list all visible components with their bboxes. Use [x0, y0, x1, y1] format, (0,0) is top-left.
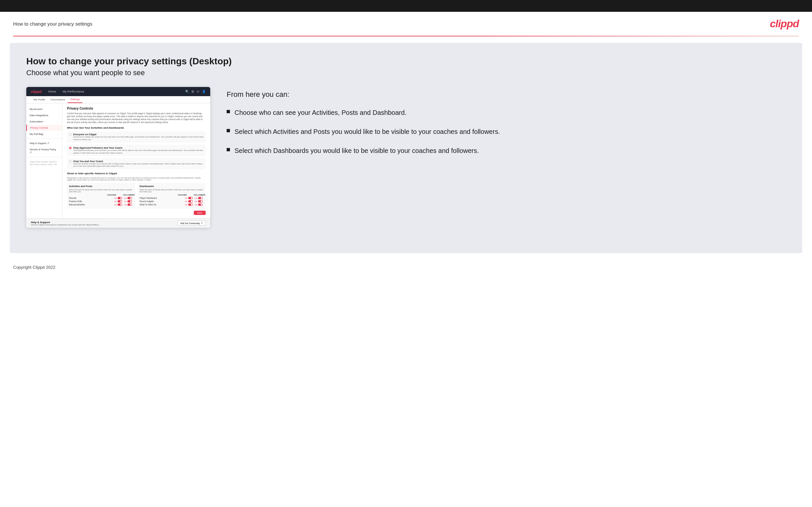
right-panel: From here you can: Choose who can see yo… [226, 87, 786, 155]
rounds-followers-pill [128, 197, 132, 199]
bullet-square-1 [226, 110, 230, 113]
sidebar-item-account[interactable]: My Account › [26, 106, 62, 112]
app-sidebar: My Account › Data Integrations › Subscri… [26, 103, 62, 218]
sidebar-item-subscription[interactable]: Subscription › [26, 118, 62, 125]
external-link-icon: ↗ [201, 222, 203, 224]
radio-content-followers: Only Approved Followers and Your Coach O… [73, 146, 204, 155]
practice-coaches-toggle[interactable]: ON [113, 200, 123, 203]
radio-content-coach: Only You and Your Coach Only you and the… [73, 160, 204, 168]
dashboards-table-title: Dashboards [140, 185, 204, 188]
app-nav-icons: 🔍 ⊞ ⊙ 👤 [185, 90, 206, 93]
search-icon: 🔍 [185, 90, 189, 93]
sidebar-version: Clippd Client Version: 2022.8.2SQL Serve… [26, 159, 62, 168]
main-content: How to change your privacy settings (Des… [10, 43, 802, 253]
user-icon: 👤 [202, 90, 206, 93]
player-dash-coaches-pill [188, 197, 193, 199]
round-insights-coaches-pill [188, 200, 193, 203]
bullet-item-2: Select which Activities and Posts you wo… [226, 127, 786, 136]
subnav-profile[interactable]: My Profile [31, 96, 48, 103]
chevron-right-icon: › [58, 121, 59, 123]
content-grid: clippd Home My Performance 🔍 ⊞ ⊙ 👤 My Pr… [26, 87, 786, 228]
round-insights-coaches-toggle[interactable]: ON [184, 200, 194, 203]
radio-everyone[interactable]: Everyone on Clippd Everyone on Clippd ca… [67, 131, 206, 143]
privacy-controls-title: Privacy Controls [67, 107, 206, 110]
app-body: My Account › Data Integrations › Subscri… [26, 103, 210, 218]
save-button[interactable]: Save [194, 211, 206, 215]
followers-header: FOLLOWERS [123, 194, 133, 196]
radio-only-coach[interactable]: Only You and Your Coach Only you and the… [67, 158, 206, 170]
player-dash-followers-toggle[interactable]: ON [194, 197, 204, 199]
manual-coaches-toggle[interactable]: ON [113, 204, 123, 206]
toggle-row-player-dashboard: Player Dashboard ON ON [140, 197, 204, 199]
toggle-row-practice: Practice Drills ON ON [69, 200, 133, 203]
top-bar [0, 0, 812, 12]
show-hide-heading: Show or hide specific features in Clippd [67, 172, 206, 175]
dash-followers-header: FOLLOWERS [194, 194, 204, 196]
sidebar-item-data-integrations[interactable]: Data Integrations › [26, 112, 62, 118]
activities-table: Activities and Posts Select the types of… [67, 183, 135, 209]
subnav-connections[interactable]: Connections [48, 96, 68, 103]
toggle-row-what-to-work: What To Work On ON ON [140, 204, 204, 206]
help-bar: Help & Support Visit our Clippd communit… [26, 218, 210, 228]
header-divider [13, 36, 799, 37]
who-can-see-heading: Who Can See Your Activities and Dashboar… [67, 126, 206, 129]
bullet-square-3 [226, 148, 230, 151]
app-nav-performance: My Performance [62, 90, 84, 93]
radio-followers-coach[interactable]: Only Approved Followers and Your Coach O… [67, 145, 206, 156]
activities-table-title: Activities and Posts [69, 185, 133, 188]
chevron-right-icon: › [58, 127, 59, 129]
header: How to change your privacy settings clip… [0, 12, 812, 36]
toggle-row-rounds: Rounds ON ON [69, 197, 133, 199]
toggle-row-manual: Manual Activities ON ON [69, 204, 133, 206]
player-dash-followers-pill [198, 197, 203, 199]
dashboards-header-row: COACHES FOLLOWERS [140, 194, 204, 196]
sidebar-item-privacy[interactable]: Privacy Controls › [26, 125, 62, 131]
chevron-right-icon: › [58, 108, 59, 110]
sidebar-item-privacy-policy[interactable]: Service & Privacy Policy ↗ [26, 146, 62, 156]
wtwo-coaches-pill [188, 204, 193, 206]
wtwo-followers-toggle[interactable]: ON [194, 204, 204, 206]
help-bar-desc: Visit our Clippd community to troublesho… [31, 224, 100, 226]
manual-followers-pill [128, 204, 132, 206]
visit-community-button[interactable]: Visit Our Community ↗ [177, 221, 206, 226]
round-insights-followers-pill [198, 200, 203, 203]
player-dash-coaches-toggle[interactable]: ON [184, 197, 194, 199]
sidebar-divider [26, 138, 62, 139]
practice-followers-toggle[interactable]: ON [123, 200, 133, 203]
bullet-item-3: Select which Dashboards you would like t… [226, 146, 786, 155]
wtwo-coaches-toggle[interactable]: ON [184, 204, 194, 206]
manual-followers-toggle[interactable]: ON [123, 204, 133, 206]
bullet-item-1: Choose who can see your Activities, Post… [226, 108, 786, 117]
app-nav-home: Home [48, 90, 56, 93]
app-subnav: My Profile Connections Settings [26, 96, 210, 103]
logo: clippd [770, 18, 799, 30]
rounds-coaches-toggle[interactable]: ON [113, 197, 123, 199]
show-hide-desc: Regardless of the privacy controls that … [67, 177, 206, 181]
manual-coaches-pill [117, 204, 122, 206]
privacy-controls-desc: Control how you and your data appears to… [67, 112, 206, 124]
sidebar-item-help[interactable]: Help & Support ↗ [26, 140, 62, 146]
bullet-list: Choose who can see your Activities, Post… [226, 108, 786, 155]
app-main-area: Privacy Controls Control how you and you… [62, 103, 210, 218]
wtwo-followers-pill [198, 204, 203, 206]
toggle-tables: Activities and Posts Select the types of… [67, 183, 206, 209]
round-insights-followers-toggle[interactable]: ON [194, 200, 204, 203]
sidebar-item-golf-bag[interactable]: My Golf Bag › [26, 131, 62, 137]
bullet-text-2: Select which Activities and Posts you wo… [235, 127, 500, 136]
practice-coaches-pill [117, 200, 122, 203]
practice-followers-pill [128, 200, 132, 203]
help-bar-title: Help & Support [31, 221, 100, 224]
save-row: Save [67, 211, 206, 215]
radio-content-everyone: Everyone on Clippd Everyone on Clippd ca… [73, 133, 204, 141]
subnav-settings[interactable]: Settings [68, 96, 83, 103]
header-title: How to change your privacy settings [13, 21, 92, 26]
from-here-title: From here you can: [226, 90, 786, 99]
app-nav-logo: clippd [31, 90, 41, 94]
rounds-followers-toggle[interactable]: ON [123, 197, 133, 199]
dashboards-table: Dashboards Select the types of activity … [138, 183, 206, 209]
grid-icon: ⊞ [192, 90, 194, 93]
dash-coaches-header: COACHES [177, 194, 187, 196]
footer: Copyright Clippd 2022 [0, 260, 812, 275]
sidebar-divider-2 [26, 157, 62, 157]
coaches-header: COACHES [107, 194, 117, 196]
